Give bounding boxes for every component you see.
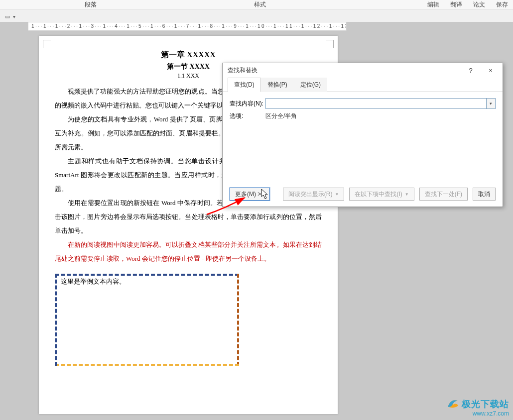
body-paragraph-5-red[interactable]: 在新的阅读视图中阅读更加容易。可以折叠文档某些部分并关注所需文本。如果在达到结尾… bbox=[55, 238, 322, 266]
options-label: 选项: bbox=[230, 112, 265, 120]
dashed-textbox[interactable]: 这里是举例文本内容。 bbox=[55, 274, 239, 366]
ribbon-bar: 段落 样式 编辑 翻译 论文 保存 bbox=[0, 0, 513, 10]
dashed-border-right bbox=[237, 274, 239, 366]
dialog-title: 查找和替换 bbox=[228, 66, 257, 75]
ribbon-right-groups: 编辑 翻译 论文 保存 bbox=[427, 0, 513, 9]
reading-highlight-button[interactable]: 阅读突出显示(R)▼ bbox=[283, 188, 345, 201]
find-content-row: 查找内容(N): ▾ bbox=[230, 98, 496, 109]
dashed-border-bottom bbox=[55, 364, 239, 366]
outline-toggle-icon[interactable]: ▭ bbox=[5, 13, 10, 20]
ribbon-group-styles: 样式 bbox=[254, 0, 266, 9]
page-corner-tl bbox=[43, 40, 51, 48]
close-button[interactable]: × bbox=[481, 64, 501, 77]
watermark-name: 极光下载站 bbox=[462, 398, 509, 410]
watermark-logo-icon bbox=[446, 397, 460, 411]
tab-goto[interactable]: 定位(G) bbox=[294, 78, 327, 92]
dropdown-icon: ▼ bbox=[405, 192, 409, 197]
close-icon: × bbox=[489, 67, 493, 74]
mini-toolbar: ▭ ▾ bbox=[5, 12, 15, 21]
find-content-input[interactable] bbox=[265, 98, 487, 109]
dropdown-icon: ▼ bbox=[335, 192, 339, 197]
dialog-footer: 更多(M) >> 阅读突出显示(R)▼ 在以下项中查找(I)▼ 查找下一处(F)… bbox=[230, 188, 496, 201]
ribbon-group-paragraph: 段落 bbox=[85, 0, 97, 9]
ribbon-group-save: 保存 bbox=[496, 0, 508, 9]
find-in-button[interactable]: 在以下项中查找(I)▼ bbox=[349, 188, 414, 201]
find-replace-dialog: 查找和替换 ? × 查找(D) 替换(P) 定位(G) 查找内容(N): ▾ 选… bbox=[222, 63, 503, 207]
watermark-url: www.xz7.com bbox=[446, 410, 509, 417]
more-button[interactable]: 更多(M) >> bbox=[230, 188, 270, 201]
dashed-border-top bbox=[55, 274, 239, 276]
help-button[interactable]: ? bbox=[461, 64, 481, 77]
heading-chapter[interactable]: 第一章 XXXXX bbox=[55, 50, 322, 60]
options-value: 区分全/半角 bbox=[265, 112, 297, 120]
find-content-label: 查找内容(N): bbox=[230, 100, 265, 108]
dashed-box-text[interactable]: 这里是举例文本内容。 bbox=[61, 278, 126, 285]
find-next-button[interactable]: 查找下一处(F) bbox=[419, 188, 468, 201]
dashed-border-left bbox=[55, 274, 57, 366]
chevron-down-icon[interactable]: ▾ bbox=[13, 14, 15, 19]
horizontal-ruler[interactable]: 1···1···1···2···1···3···1···4···1···5···… bbox=[28, 22, 347, 31]
watermark: 极光下载站 www.xz7.com bbox=[446, 397, 509, 417]
ribbon-group-thesis: 论文 bbox=[473, 0, 485, 9]
dialog-body: 查找内容(N): ▾ 选项: 区分全/半角 bbox=[223, 92, 503, 126]
chevron-down-icon: ▾ bbox=[490, 101, 492, 106]
help-icon: ? bbox=[469, 67, 472, 74]
page-corner-tr bbox=[326, 40, 334, 48]
ribbon-group-translate: 翻译 bbox=[450, 0, 462, 9]
tab-replace[interactable]: 替换(P) bbox=[261, 78, 294, 92]
find-history-dropdown[interactable]: ▾ bbox=[487, 98, 496, 109]
cancel-button[interactable]: 取消 bbox=[473, 188, 496, 201]
dialog-titlebar[interactable]: 查找和替换 ? × bbox=[223, 63, 503, 77]
tab-find[interactable]: 查找(D) bbox=[228, 78, 261, 92]
options-row: 选项: 区分全/半角 bbox=[230, 112, 496, 120]
dialog-window-controls: ? × bbox=[461, 64, 501, 77]
ribbon-group-edit: 编辑 bbox=[427, 0, 439, 9]
ruler-scale: 1···1···1···2···1···3···1···4···1···5···… bbox=[28, 22, 346, 30]
dialog-tabstrip: 查找(D) 替换(P) 定位(G) bbox=[223, 77, 503, 92]
